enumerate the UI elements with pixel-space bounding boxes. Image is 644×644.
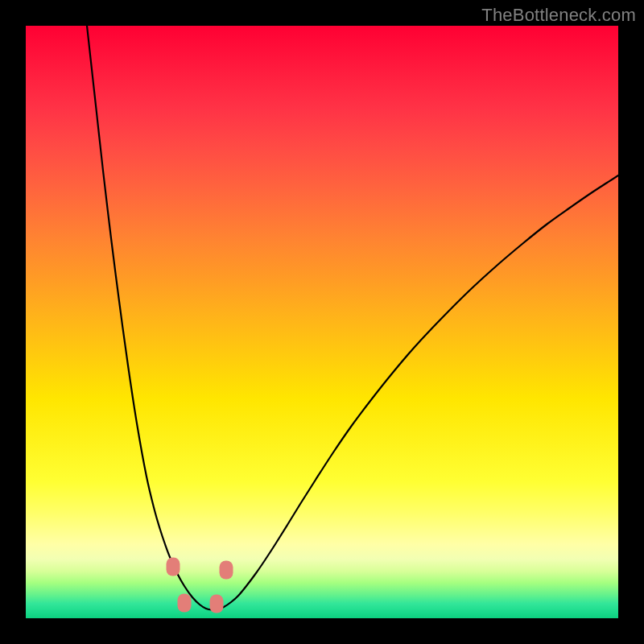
curve-marker [178, 594, 192, 613]
watermark-text: TheBottleneck.com [481, 5, 636, 26]
curve-markers [26, 26, 618, 618]
chart-frame: TheBottleneck.com [0, 0, 644, 644]
plot-area [26, 26, 618, 618]
curve-marker [210, 595, 224, 613]
curve-marker [220, 561, 233, 580]
curve-marker [167, 558, 180, 576]
